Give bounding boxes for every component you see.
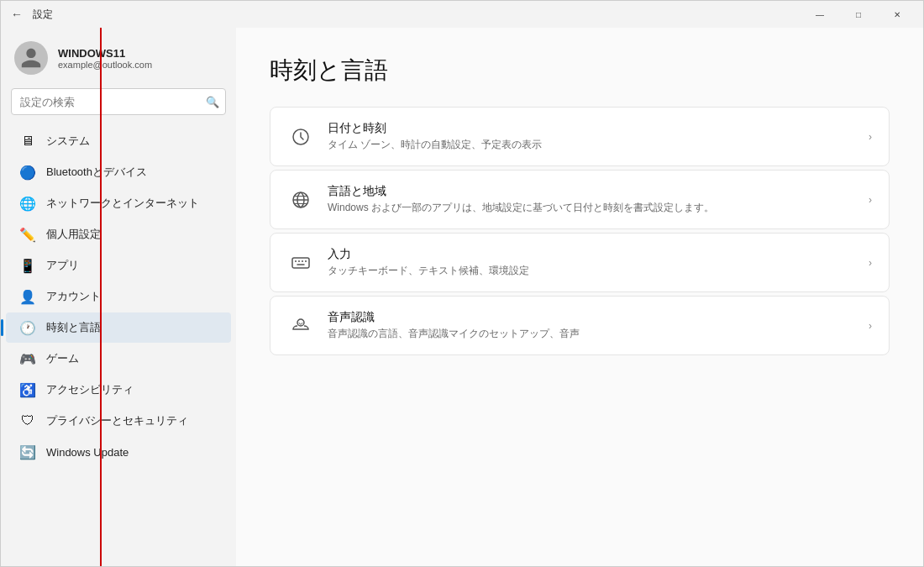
sidebar-item-bluetooth-label: Bluetoothとデバイス (46, 165, 147, 180)
sidebar-item-bluetooth[interactable]: 🔵 Bluetoothとデバイス (6, 157, 231, 187)
accessibility-icon: ♿ (19, 381, 36, 398)
title-bar-left: ← 設定 (8, 6, 801, 23)
minimize-button[interactable]: — (801, 1, 839, 28)
input-icon (287, 249, 314, 276)
user-email: example@outlook.com (58, 60, 152, 70)
bluetooth-icon: 🔵 (19, 164, 36, 181)
language-title: 言語と地域 (328, 184, 855, 199)
time-icon: 🕐 (19, 319, 36, 336)
accounts-icon: 👤 (19, 288, 36, 305)
network-icon: 🌐 (19, 195, 36, 212)
sidebar-item-apps[interactable]: 📱 アプリ (6, 250, 231, 281)
settings-item-datetime[interactable]: 日付と時刻 タイム ゾーン、時計の自動設定、予定表の表示 › (270, 107, 890, 166)
input-title: 入力 (328, 247, 855, 262)
svg-point-8 (297, 319, 304, 326)
main-content: 時刻と言語 日付と時刻 タイム ゾーン、時計の自動設定、予定表の表示 › (236, 28, 923, 566)
page-title: 時刻と言語 (270, 55, 890, 87)
user-info: WINDOWS11 example@outlook.com (58, 47, 152, 70)
close-button[interactable]: ✕ (878, 1, 916, 28)
privacy-icon: 🛡 (19, 412, 36, 429)
sidebar-item-personalization[interactable]: ✏️ 個人用設定 (6, 219, 231, 249)
speech-title: 音声認識 (328, 310, 855, 325)
sidebar-item-windows-update[interactable]: 🔄 Windows Update (6, 437, 231, 467)
user-name: WINDOWS11 (58, 47, 152, 60)
sidebar-item-gaming[interactable]: 🎮 ゲーム (6, 344, 231, 374)
language-chevron: › (869, 194, 872, 206)
search-box: 🔍 (11, 88, 226, 115)
datetime-desc: タイム ゾーン、時計の自動設定、予定表の表示 (328, 138, 855, 152)
sidebar-item-accounts-label: アカウント (46, 289, 101, 304)
sidebar-item-accessibility[interactable]: ♿ アクセシビリティ (6, 375, 231, 405)
gaming-icon: 🎮 (19, 350, 36, 367)
sidebar-item-network[interactable]: 🌐 ネットワークとインターネット (6, 188, 231, 218)
sidebar: WINDOWS11 example@outlook.com 🔍 🖥 システム 🔵… (1, 28, 236, 566)
avatar (14, 41, 48, 75)
datetime-text: 日付と時刻 タイム ゾーン、時計の自動設定、予定表の表示 (328, 121, 855, 152)
system-icon: 🖥 (19, 133, 36, 150)
title-bar-title: 設定 (33, 8, 53, 22)
sidebar-item-personalization-label: 個人用設定 (46, 227, 101, 242)
datetime-icon (287, 123, 314, 150)
title-bar-controls: — □ ✕ (801, 1, 916, 28)
sidebar-item-windows-update-label: Windows Update (46, 446, 129, 459)
speech-desc: 音声認識の言語、音声認識マイクのセットアップ、音声 (328, 327, 855, 341)
search-input[interactable] (11, 88, 226, 115)
sidebar-item-accounts[interactable]: 👤 アカウント (6, 281, 231, 312)
settings-item-language[interactable]: 言語と地域 Windows および一部のアプリは、地域設定に基づいて日付と時刻を… (270, 170, 890, 229)
content-area: WINDOWS11 example@outlook.com 🔍 🖥 システム 🔵… (1, 28, 923, 566)
svg-rect-2 (292, 258, 309, 268)
search-icon: 🔍 (206, 96, 219, 108)
apps-icon: 📱 (19, 257, 36, 274)
language-icon (287, 186, 314, 213)
sidebar-item-network-label: ネットワークとインターネット (46, 196, 199, 211)
input-chevron: › (869, 257, 872, 269)
sidebar-item-system-label: システム (46, 134, 90, 149)
speech-text: 音声認識 音声認識の言語、音声認識マイクのセットアップ、音声 (328, 310, 855, 341)
sidebar-item-accessibility-label: アクセシビリティ (46, 382, 134, 397)
sidebar-item-privacy[interactable]: 🛡 プライバシーとセキュリティ (6, 406, 231, 436)
sidebar-item-gaming-label: ゲーム (46, 351, 79, 366)
sidebar-item-time[interactable]: 🕐 時刻と言語 (6, 312, 231, 343)
speech-chevron: › (869, 320, 872, 332)
sidebar-item-privacy-label: プライバシーとセキュリティ (46, 413, 188, 428)
settings-item-input[interactable]: 入力 タッチキーボード、テキスト候補、環境設定 › (270, 233, 890, 292)
speech-icon (287, 312, 314, 339)
user-section[interactable]: WINDOWS11 example@outlook.com (1, 28, 236, 85)
input-desc: タッチキーボード、テキスト候補、環境設定 (328, 264, 855, 278)
nav-menu: 🖥 システム 🔵 Bluetoothとデバイス 🌐 ネットワークとインターネット… (1, 125, 236, 468)
settings-item-speech[interactable]: 音声認識 音声認識の言語、音声認識マイクのセットアップ、音声 › (270, 296, 890, 355)
settings-window: ← 設定 — □ ✕ WINDOWS11 example@outlook.com (0, 0, 924, 567)
personalization-icon: ✏️ (19, 226, 36, 243)
sidebar-item-system[interactable]: 🖥 システム (6, 126, 231, 156)
back-button[interactable]: ← (8, 6, 26, 23)
datetime-title: 日付と時刻 (328, 121, 855, 136)
windows-update-icon: 🔄 (19, 444, 36, 460)
sidebar-item-apps-label: アプリ (46, 258, 79, 273)
datetime-chevron: › (869, 131, 872, 143)
language-text: 言語と地域 Windows および一部のアプリは、地域設定に基づいて日付と時刻を… (328, 184, 855, 215)
settings-list: 日付と時刻 タイム ゾーン、時計の自動設定、予定表の表示 › (270, 107, 890, 355)
title-bar: ← 設定 — □ ✕ (1, 1, 923, 28)
maximize-button[interactable]: □ (839, 1, 878, 28)
language-desc: Windows および一部のアプリは、地域設定に基づいて日付と時刻を書式設定しま… (328, 201, 855, 215)
sidebar-item-time-label: 時刻と言語 (46, 320, 101, 335)
avatar-icon (19, 46, 43, 70)
input-text: 入力 タッチキーボード、テキスト候補、環境設定 (328, 247, 855, 278)
